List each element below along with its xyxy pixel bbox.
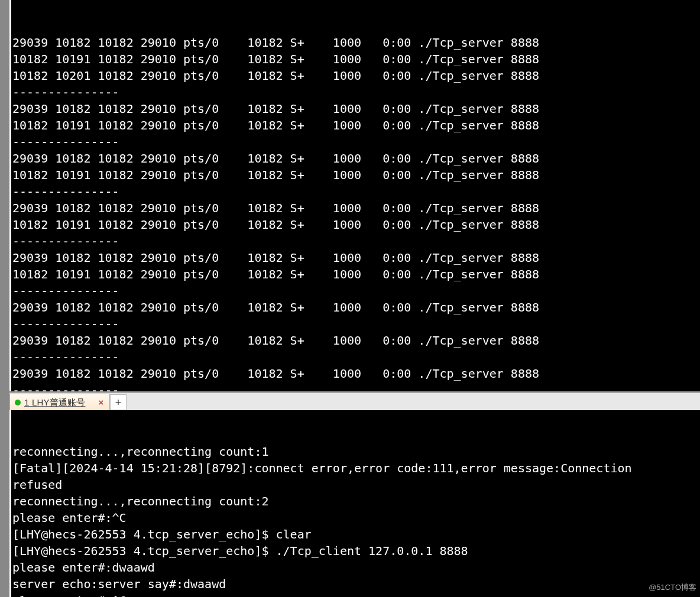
tab-label: 1 LHY普通账号 [24,394,93,411]
separator-line: --------------- [11,349,700,365]
process-line: 10182 10191 10182 29010 pts/0 10182 S+ 1… [11,51,700,67]
output-line: please enter#:^C [11,592,700,597]
terminal-top-pane[interactable]: 29039 10182 10182 29010 pts/0 10182 S+ 1… [9,0,700,391]
process-line: 10182 10201 10182 29010 pts/0 10182 S+ 1… [11,67,700,84]
tab-bar: 1 LHY普通账号 × + [9,392,700,411]
output-line: server echo:server say#:dwaawd [11,576,700,592]
separator-line: --------------- [11,233,700,249]
process-line: 29039 10182 10182 29010 pts/0 10182 S+ 1… [11,100,700,117]
output-line: please enter#:^C [11,510,700,526]
connection-status-dot-icon [15,400,21,405]
process-line: 10182 10191 10182 29010 pts/0 10182 S+ 1… [11,216,700,233]
process-line: 29039 10182 10182 29010 pts/0 10182 S+ 1… [11,150,700,167]
separator-line: --------------- [11,84,700,100]
terminal-bottom-pane[interactable]: reconnecting...,reconnecting count:1[Fat… [9,410,700,597]
process-line: 10182 10191 10182 29010 pts/0 10182 S+ 1… [11,167,700,183]
process-line: 29039 10182 10182 29010 pts/0 10182 S+ 1… [11,200,700,216]
separator-line: --------------- [11,382,700,391]
process-line: 29039 10182 10182 29010 pts/0 10182 S+ 1… [11,332,700,349]
process-line: 29039 10182 10182 29010 pts/0 10182 S+ 1… [11,299,700,316]
separator-line: --------------- [11,283,700,299]
terminal-top-output: 29039 10182 10182 29010 pts/0 10182 S+ 1… [11,33,700,391]
output-line: please enter#:dwaawd [11,559,700,576]
plus-icon: + [115,394,122,411]
output-line: [LHY@hecs-262553 4.tcp_server_echo]$ cle… [11,526,700,543]
add-tab-button[interactable]: + [110,394,127,410]
separator-line: --------------- [11,316,700,332]
separator-line: --------------- [11,183,700,200]
separator-line: --------------- [11,134,700,150]
process-line: 10182 10191 10182 29010 pts/0 10182 S+ 1… [11,117,700,134]
process-line: 29039 10182 10182 29010 pts/0 10182 S+ 1… [11,365,700,382]
output-line: [Fatal][2024-4-14 15:21:28][8792]:connec… [11,460,700,476]
terminal-bottom-output: reconnecting...,reconnecting count:1[Fat… [11,443,700,597]
output-line: reconnecting...,reconnecting count:1 [11,443,700,460]
close-icon[interactable]: × [96,394,106,411]
output-line: refused [11,476,700,493]
watermark-text: @51CTO博客 [649,579,696,596]
tab-session-1[interactable]: 1 LHY普通账号 × [9,394,110,410]
process-line: 29039 10182 10182 29010 pts/0 10182 S+ 1… [11,34,700,51]
process-line: 29039 10182 10182 29010 pts/0 10182 S+ 1… [11,249,700,266]
output-line: reconnecting...,reconnecting count:2 [11,493,700,510]
output-line: [LHY@hecs-262553 4.tcp_server_echo]$ ./T… [11,543,700,559]
process-line: 10182 10191 10182 29010 pts/0 10182 S+ 1… [11,266,700,283]
